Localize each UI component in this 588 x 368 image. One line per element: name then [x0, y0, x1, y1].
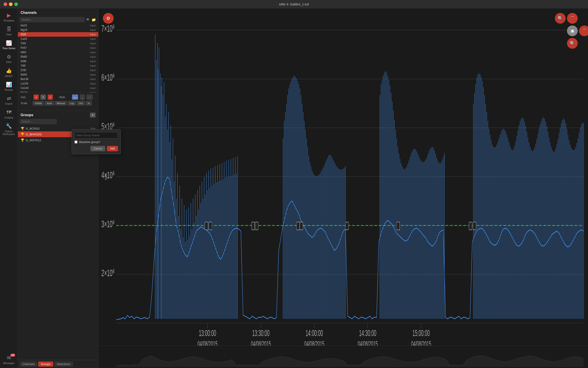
channel-row[interactable]: Sr88Input	[18, 59, 98, 64]
bottom-tab-channels[interactable]: Channels	[20, 361, 37, 367]
scale-in-button[interactable]: In	[86, 101, 92, 105]
minimize-button[interactable]	[9, 2, 12, 6]
channel-row[interactable]: Si29Input	[18, 32, 98, 37]
axis-left-button[interactable]: «	[34, 94, 39, 100]
square-select-button[interactable]: ▣	[567, 26, 578, 36]
channel-row[interactable]: Pr141Input	[18, 90, 98, 92]
scale-visible-button[interactable]: Visible	[33, 101, 44, 105]
svg-text:14:30:00: 14:30:00	[359, 328, 376, 338]
search-zoom-button-1[interactable]: 🔍	[555, 13, 566, 24]
sidebar-item-qaqc[interactable]: 👍 QA/QC	[1, 66, 17, 79]
scale-auto-button[interactable]: Auto	[45, 101, 54, 105]
channel-type: Input	[90, 42, 96, 45]
sidebar-item-label: Templates	[3, 19, 14, 22]
trophy-icon: 🏆	[20, 127, 24, 130]
channel-type: Input	[90, 33, 96, 36]
svg-text:04/08/2015: 04/08/2015	[251, 339, 271, 346]
channel-type: Input	[90, 64, 96, 67]
channels-folder-button[interactable]: 📁	[91, 17, 96, 22]
chart-area: Si29 7×10⁶ 6×10⁶ 5×10⁶ 4×10⁶ 3×10⁶ 2×10⁶	[98, 9, 588, 346]
style-dash-button[interactable]: ⎯	[80, 94, 85, 100]
bottom-tab-groups[interactable]: Groups	[38, 361, 53, 367]
channel-type: Input	[90, 37, 96, 40]
style-dot-button[interactable]: ⋯	[87, 94, 93, 100]
python-icon: 🔧	[6, 123, 12, 129]
style-line-button[interactable]: ▬	[72, 94, 78, 100]
titlebar: iolite 4: Gabbro_1.io4	[0, 0, 588, 9]
add-group-button[interactable]: +	[90, 113, 96, 118]
channel-type: Input	[90, 73, 96, 76]
channel-row[interactable]: Ba138Input	[18, 77, 98, 81]
channels-search-input[interactable]	[20, 17, 85, 22]
svg-text:04/08/2015: 04/08/2015	[304, 339, 324, 346]
close-button[interactable]	[4, 2, 7, 6]
channel-name: Sr88	[20, 60, 90, 63]
svg-rect-315	[469, 222, 472, 230]
lasso-button-1[interactable]: ⌒	[567, 13, 578, 24]
channel-row[interactable]: Rb85Input	[18, 55, 98, 59]
channel-row[interactable]: Nb93Input	[18, 72, 98, 77]
popup-cancel-button[interactable]: Cancel	[90, 146, 105, 151]
y-axis-label: Si29	[104, 174, 108, 180]
channel-row[interactable]: Y89Input	[18, 64, 98, 68]
sidebar-item-label: Data	[6, 33, 11, 36]
channel-row[interactable]: Ce140Input	[18, 86, 98, 90]
svg-text:6×10⁶: 6×10⁶	[101, 72, 114, 83]
lasso-button-2[interactable]: ⌒	[579, 26, 588, 36]
sidebar-item-data[interactable]: 🗄 Data	[1, 25, 17, 37]
sidebar-item-python[interactable]: 🔧 Python Workspace	[1, 121, 17, 137]
main-content: Si29 7×10⁶ 6×10⁶ 5×10⁶ 4×10⁶ 3×10⁶ 2×10⁶	[98, 9, 588, 368]
sidebar-item-label: Results	[5, 89, 13, 91]
channel-name: Na23	[20, 24, 90, 27]
channel-row[interactable]: Zr90Input	[18, 68, 98, 72]
channel-row[interactable]: Fe57Input	[18, 46, 98, 50]
sidebar-item-label: QA/QC	[5, 75, 13, 77]
sidebar-item-results[interactable]: 📊 Results	[1, 80, 17, 93]
settings-button[interactable]: ⚙	[103, 13, 114, 24]
channel-row[interactable]: Ni60Input	[18, 50, 98, 55]
sidebar-item-templates[interactable]: ▶ Templates	[1, 11, 17, 24]
channels-visibility-button[interactable]: 👁	[86, 17, 90, 22]
data-icon: 🗄	[7, 26, 11, 32]
sidebar-item-imaging[interactable]: 🗺 Imaging	[1, 108, 17, 121]
svg-text:04/08/2015: 04/08/2015	[411, 339, 431, 346]
channel-row[interactable]: Ca43Input	[18, 37, 98, 41]
sidebar-item-drs[interactable]: ⚙ DRS	[1, 52, 17, 65]
channel-name: Fe57	[20, 46, 90, 49]
group-list: 🏆G_BCR2GSplin🏆G_BHVO2GSplin🏆G_NIST612Spl…	[18, 126, 98, 360]
maximize-button[interactable]	[14, 2, 18, 6]
scale-manual-button[interactable]: Manual	[55, 101, 67, 105]
svg-rect-313	[346, 222, 349, 230]
channel-type: Input	[90, 78, 96, 80]
new-group-name-input[interactable]	[75, 132, 118, 138]
sidebar-item-messages[interactable]: ✉ Messages 15	[1, 353, 17, 366]
sidebar-item-label: Time Series	[2, 47, 15, 50]
baseline-group-checkbox[interactable]	[75, 140, 77, 143]
channel-type: Input	[90, 51, 96, 54]
search-zoom-button-2[interactable]: 🔍	[567, 38, 578, 49]
drag-handle[interactable]: · · · · · · ·	[18, 107, 98, 110]
scale-out-button[interactable]: Out	[77, 101, 85, 105]
channel-type: Input	[90, 46, 96, 49]
sidebar-item-export[interactable]: ⇄ Export	[1, 94, 17, 107]
channel-row[interactable]: La139Input	[18, 81, 98, 86]
svg-text:2×10⁶: 2×10⁶	[101, 267, 114, 278]
axis-right-button[interactable]: »	[48, 94, 53, 100]
main-chart-svg: 7×10⁶ 6×10⁶ 5×10⁶ 4×10⁶ 3×10⁶ 2×10⁶	[98, 9, 588, 346]
bottom-tabs: ChannelsGroupsSelections	[18, 360, 98, 368]
channel-row[interactable]: Ti49Input	[18, 41, 98, 46]
scale-log-button[interactable]: Log	[68, 101, 76, 105]
sidebar-item-timeseries[interactable]: 📈 Time Series	[1, 38, 17, 51]
minimap	[98, 346, 588, 368]
qaqc-icon: 👍	[6, 68, 12, 74]
svg-text:04/08/2015: 04/08/2015	[358, 339, 378, 346]
channel-name: Ti49	[20, 42, 90, 45]
axis-clear-button[interactable]: ×	[40, 94, 46, 100]
popup-add-button[interactable]: Add	[107, 146, 118, 151]
channel-list: Na23InputMg24InputSi29InputCa43InputTi49…	[18, 23, 98, 92]
bottom-tab-selections[interactable]: Selections	[54, 361, 73, 367]
channel-row[interactable]: Mg24Input	[18, 28, 98, 32]
groups-search-input[interactable]	[20, 119, 57, 124]
channel-row[interactable]: Na23Input	[18, 23, 98, 28]
svg-text:13:00:00: 13:00:00	[199, 328, 216, 338]
